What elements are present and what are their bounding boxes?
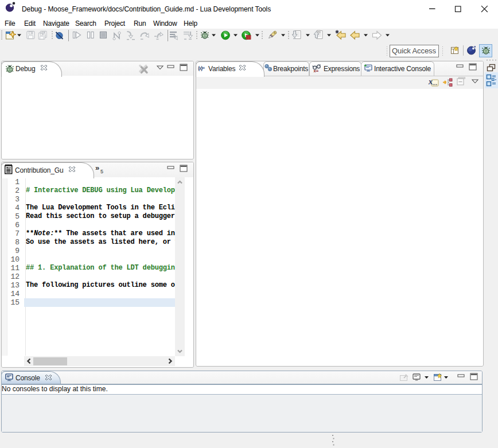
- svg-text:x=: x=: [314, 68, 319, 73]
- svg-text:x: x: [428, 77, 433, 86]
- svg-text:»: »: [95, 163, 99, 172]
- svg-text:(x)=: (x)=: [198, 65, 205, 71]
- svg-text:5: 5: [100, 169, 103, 174]
